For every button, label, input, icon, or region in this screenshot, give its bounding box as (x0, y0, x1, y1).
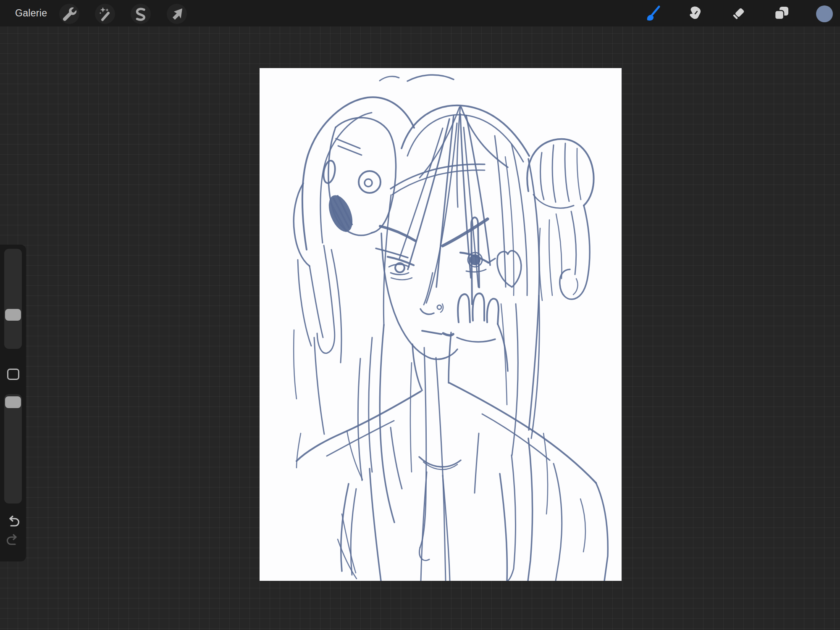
magic-wand-icon (96, 5, 114, 23)
smudge-tool-button[interactable] (684, 4, 704, 23)
transform-arrow-icon (168, 5, 186, 23)
brush-icon (643, 4, 663, 23)
actions-button[interactable] (59, 4, 79, 24)
selection-s-icon (131, 5, 150, 23)
top-toolbar: Galerie (0, 0, 840, 26)
procreate-app: { "app": "Procreate painting workspace",… (0, 0, 840, 630)
smudge-icon (684, 4, 704, 23)
selection-button[interactable] (131, 4, 151, 24)
gallery-button[interactable]: Galerie (15, 0, 47, 26)
erase-tool-button[interactable] (729, 4, 748, 23)
undo-icon (5, 513, 21, 528)
brush-opacity-handle[interactable] (5, 396, 21, 408)
eraser-icon (729, 4, 748, 23)
layers-icon (772, 4, 791, 23)
wrench-icon (60, 5, 79, 23)
brush-opacity-slider[interactable] (4, 394, 22, 503)
paint-tool-button[interactable] (643, 4, 663, 23)
redo-icon (5, 531, 21, 546)
redo-button[interactable] (5, 531, 21, 546)
brush-size-handle[interactable] (5, 309, 21, 321)
brush-sidebar (0, 245, 26, 561)
modify-button[interactable] (7, 369, 19, 380)
layers-button[interactable] (772, 4, 791, 23)
adjustments-button[interactable] (95, 4, 115, 24)
transform-button[interactable] (167, 4, 187, 24)
drawing-canvas[interactable] (260, 68, 622, 581)
color-swatch[interactable] (816, 5, 833, 22)
undo-button[interactable] (5, 513, 21, 528)
brush-size-slider[interactable] (4, 249, 22, 349)
sketch-artwork (260, 68, 622, 581)
